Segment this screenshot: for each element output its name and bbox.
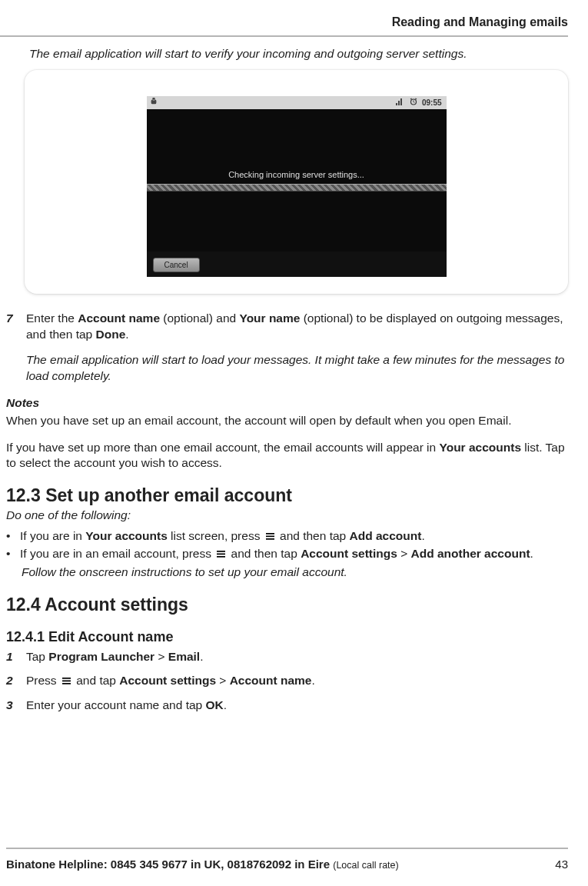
svg-rect-10 [217,556,225,558]
svg-point-3 [154,99,154,100]
alarm-icon [410,98,417,108]
step7-note: The email application will start to load… [26,352,568,385]
page-number: 43 [555,857,568,872]
android-statusbar: 09:55 [147,96,447,110]
header-rule [0,35,568,37]
notes-p1: When you have set up an email account, t… [6,413,568,429]
step-7: 7 Enter the Account name (optional) and … [6,311,568,385]
step-number: 2 [6,673,26,690]
bullet-dot: • [6,546,20,563]
svg-rect-11 [62,678,71,679]
notes-p2: If you have set up more than one email a… [6,440,568,472]
footer-helpline: Binatone Helpline: 0845 345 9677 in UK, … [6,858,333,871]
android-icon [150,97,158,109]
heading-12-4-1: 12.4.1 Edit Account name [6,628,568,646]
svg-rect-0 [151,99,156,104]
bullet-2: • If you are in an email account, press … [6,546,568,563]
footer-rate: (Local call rate) [333,860,398,871]
clock-text: 09:55 [422,98,442,108]
android-screen: Checking incoming server settings... [147,109,447,251]
menu-icon [265,529,275,545]
svg-rect-5 [266,533,274,535]
svg-rect-1 [152,98,154,100]
svg-rect-7 [266,538,274,540]
step-number: 1 [6,649,26,665]
step-number: 7 [6,311,26,385]
svg-rect-12 [62,681,71,682]
step7-text: Enter the Account name (optional) and Yo… [26,311,563,341]
menu-icon [216,547,226,563]
bullet-dot: • [6,528,20,545]
intro-text: The email application will start to veri… [29,46,565,62]
svg-rect-9 [217,554,225,555]
step-12-4-1-1: 1 Tap Program Launcher > Email. [6,649,568,665]
notes-label: Notes [6,395,568,411]
screen-message: Checking incoming server settings... [147,169,447,184]
bullet-1: • If you are in Your accounts list scree… [6,528,568,545]
step-12-4-1-3: 3 Enter your account name and tap OK. [6,698,568,714]
progress-stripes [147,184,447,192]
svg-point-2 [152,99,153,100]
heading-12-3: 12.3 Set up another email account [6,484,568,508]
button-row: Cancel [147,251,447,277]
page-header: Reading and Managing emails [6,14,568,35]
step-12-4-1-2: 2 Press and tap Account settings > Accou… [6,673,568,690]
svg-rect-13 [62,683,71,684]
signal-icon [396,98,405,108]
svg-rect-6 [266,536,274,538]
page-footer: Binatone Helpline: 0845 345 9677 in UK, … [6,848,568,872]
heading-12-3-sub: Do one of the following: [6,508,568,524]
cancel-button[interactable]: Cancel [153,258,200,272]
svg-rect-8 [217,551,225,552]
follow-instructions: Follow the onscreen instructions to set … [22,565,568,581]
step-number: 3 [6,698,26,714]
heading-12-4: 12.4 Account settings [6,593,568,617]
menu-icon [61,674,71,690]
screenshot-card: 09:55 Checking incoming server settings.… [25,70,568,295]
